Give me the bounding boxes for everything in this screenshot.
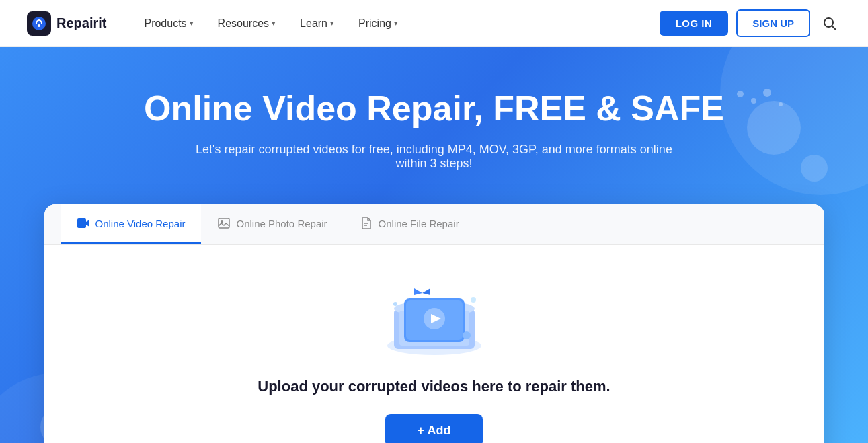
svg-point-7 bbox=[779, 102, 783, 106]
pricing-chevron-icon: ▾ bbox=[394, 19, 398, 28]
login-button[interactable]: LOG IN bbox=[660, 11, 729, 36]
nav-learn[interactable]: Learn ▾ bbox=[289, 12, 345, 35]
tab-photo-repair-label: Online Photo Repair bbox=[236, 218, 327, 229]
svg-line-3 bbox=[832, 26, 836, 30]
products-chevron-icon: ▾ bbox=[190, 19, 194, 28]
decorative-dots bbox=[734, 87, 787, 128]
learn-chevron-icon: ▾ bbox=[330, 19, 334, 28]
svg-point-6 bbox=[763, 89, 771, 97]
tab-file-repair-label: Online File Repair bbox=[379, 218, 459, 229]
svg-point-1 bbox=[38, 24, 40, 27]
nav-resources[interactable]: Resources ▾ bbox=[207, 12, 286, 35]
tab-video-repair[interactable]: Online Video Repair bbox=[61, 204, 202, 244]
svg-point-22 bbox=[471, 297, 476, 303]
svg-rect-9 bbox=[219, 218, 229, 228]
svg-point-4 bbox=[737, 91, 744, 97]
decorative-bubble-2 bbox=[801, 155, 828, 182]
hero-section: Online Video Repair, FREE & SAFE Let's r… bbox=[0, 47, 868, 443]
card-tabs: Online Video Repair Online Photo Repair bbox=[44, 204, 824, 245]
nav-links: Products ▾ Resources ▾ Learn ▾ Pricing ▾ bbox=[133, 12, 659, 35]
svg-point-5 bbox=[751, 98, 756, 104]
nav-pricing[interactable]: Pricing ▾ bbox=[348, 12, 409, 35]
search-button[interactable] bbox=[818, 12, 841, 35]
hero-subtitle: Let's repair corrupted videos for free, … bbox=[192, 143, 676, 171]
svg-point-0 bbox=[32, 17, 46, 30]
signup-button[interactable]: SIGN UP bbox=[736, 9, 810, 37]
search-icon bbox=[822, 16, 837, 31]
resources-chevron-icon: ▾ bbox=[272, 19, 276, 28]
hero-title: Online Video Repair, FREE & SAFE bbox=[144, 87, 724, 129]
logo-link[interactable]: Repairit bbox=[27, 11, 106, 36]
video-tab-icon bbox=[77, 216, 90, 230]
video-illustration bbox=[367, 272, 502, 359]
tab-video-repair-label: Online Video Repair bbox=[95, 218, 186, 229]
tab-photo-repair[interactable]: Online Photo Repair bbox=[201, 204, 343, 244]
file-tab-icon bbox=[360, 216, 373, 230]
photo-tab-icon bbox=[217, 216, 231, 230]
card-body: Upload your corrupted videos here to rep… bbox=[44, 245, 824, 443]
repair-card: Online Video Repair Online Photo Repair bbox=[44, 204, 824, 443]
navbar: Repairit Products ▾ Resources ▾ Learn ▾ … bbox=[0, 0, 868, 47]
logo-icon bbox=[27, 11, 51, 36]
upload-text: Upload your corrupted videos here to rep… bbox=[258, 378, 610, 395]
svg-rect-8 bbox=[77, 218, 86, 228]
tab-file-repair[interactable]: Online File Repair bbox=[344, 204, 475, 244]
logo-text: Repairit bbox=[56, 15, 106, 31]
nav-products[interactable]: Products ▾ bbox=[133, 12, 204, 35]
svg-point-21 bbox=[393, 302, 397, 306]
nav-actions: LOG IN SIGN UP bbox=[660, 9, 841, 37]
add-button[interactable]: + Add bbox=[385, 414, 483, 443]
svg-point-20 bbox=[463, 331, 471, 339]
